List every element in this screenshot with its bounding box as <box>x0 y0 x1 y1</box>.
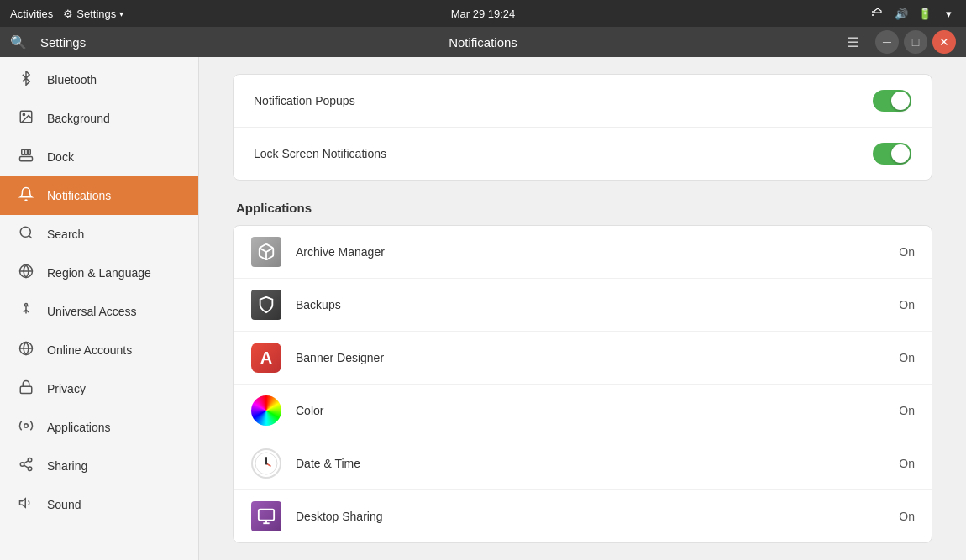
svg-rect-6 <box>25 149 28 154</box>
svg-point-3 <box>23 113 24 115</box>
main-panel: Notification Popups Lock Screen Notifica… <box>199 57 966 560</box>
sidebar-label-search: Search <box>47 228 84 241</box>
battery-icon[interactable]: 🔋 <box>917 6 932 21</box>
color-icon <box>250 395 282 427</box>
sidebar-label-bluetooth: Bluetooth <box>47 73 97 86</box>
sidebar-item-privacy[interactable]: Privacy <box>0 369 198 408</box>
sidebar-item-background[interactable]: Background <box>0 99 198 138</box>
dock-icon <box>17 148 35 167</box>
maximize-button[interactable]: □ <box>904 30 927 54</box>
lock-screen-row[interactable]: Lock Screen Notifications <box>234 128 932 180</box>
activities-button[interactable]: Activities <box>10 8 53 20</box>
app-row-desktop-sharing[interactable]: Desktop Sharing On <box>234 490 932 542</box>
privacy-icon <box>17 379 35 399</box>
system-menu-arrow[interactable]: ▾ <box>941 6 956 21</box>
svg-rect-1 <box>872 14 874 16</box>
svg-line-21 <box>24 460 28 463</box>
settings-menu-button[interactable]: ⚙ Settings ▾ <box>63 8 123 20</box>
notification-popups-label: Notification Popups <box>254 94 355 107</box>
notifications-icon <box>17 186 35 206</box>
window-panel-title: Notifications <box>449 35 517 50</box>
lock-screen-label: Lock Screen Notifications <box>254 147 386 160</box>
date-time-name: Date & Time <box>296 457 899 470</box>
system-topbar: Activities ⚙ Settings ▾ Mar 29 19:24 🔊 🔋… <box>0 0 966 27</box>
sidebar-label-background: Background <box>47 112 110 125</box>
svg-marker-22 <box>20 498 26 507</box>
close-button[interactable]: ✕ <box>932 30 956 54</box>
desktop-sharing-status: On <box>899 510 915 523</box>
svg-line-20 <box>24 465 28 468</box>
content-area: Bluetooth Background Dock Notifications <box>0 57 966 560</box>
sidebar-label-applications: Applications <box>47 421 111 434</box>
volume-icon[interactable]: 🔊 <box>894 6 909 21</box>
bluetooth-icon <box>17 71 35 90</box>
sidebar-item-search[interactable]: Search <box>0 215 198 254</box>
settings-menu-arrow: ▾ <box>119 9 123 18</box>
color-name: Color <box>296 404 899 417</box>
notification-popups-toggle[interactable] <box>873 90 911 112</box>
titlebar-search-icon[interactable]: 🔍 <box>10 34 27 50</box>
sidebar-item-universal-access[interactable]: Universal Access <box>0 292 198 331</box>
sidebar-item-region[interactable]: Region & Language <box>0 254 198 292</box>
sidebar-item-bluetooth[interactable]: Bluetooth <box>0 60 198 99</box>
minimize-button[interactable]: ─ <box>875 30 899 54</box>
svg-point-27 <box>265 463 268 465</box>
banner-designer-status: On <box>899 351 915 364</box>
applications-section-title: Applications <box>233 201 932 215</box>
sidebar-label-sound: Sound <box>47 498 81 511</box>
desktop-sharing-icon <box>250 500 282 532</box>
sidebar-label-region: Region & Language <box>47 266 151 280</box>
backups-status: On <box>899 298 915 311</box>
date-time-icon <box>250 447 282 479</box>
sidebar-item-sound[interactable]: Sound <box>0 485 198 524</box>
sound-icon <box>17 495 35 515</box>
universal-access-icon <box>17 302 35 322</box>
sidebar-label-universal-access: Universal Access <box>47 305 137 318</box>
sidebar-item-applications[interactable]: Applications <box>0 408 198 447</box>
titlebar-settings-title: Settings <box>37 35 840 50</box>
settings-gear-icon: ⚙ <box>63 8 73 20</box>
app-row-banner-designer[interactable]: A Banner Designer On <box>234 332 932 385</box>
apps-card: Archive Manager On Backups On <box>233 225 932 543</box>
sidebar-label-sharing: Sharing <box>47 459 87 473</box>
svg-rect-7 <box>28 149 30 154</box>
svg-point-8 <box>20 227 30 237</box>
toggle-card: Notification Popups Lock Screen Notifica… <box>233 74 932 181</box>
background-icon <box>17 109 35 128</box>
banner-designer-name: Banner Designer <box>296 351 899 364</box>
app-row-backups[interactable]: Backups On <box>234 279 932 332</box>
banner-designer-icon: A <box>250 342 282 374</box>
app-row-color[interactable]: Color On <box>234 385 932 437</box>
network-icon[interactable] <box>870 6 885 21</box>
date-time-status: On <box>899 457 915 470</box>
sidebar-item-online-accounts[interactable]: Online Accounts <box>0 331 198 369</box>
svg-point-18 <box>20 462 24 466</box>
sidebar-item-sharing[interactable]: Sharing <box>0 447 198 485</box>
sharing-icon <box>17 457 35 476</box>
notification-popups-row[interactable]: Notification Popups <box>234 75 932 128</box>
svg-line-9 <box>29 235 31 238</box>
region-icon <box>17 264 35 283</box>
svg-point-19 <box>28 467 32 471</box>
app-row-archive-manager[interactable]: Archive Manager On <box>234 226 932 279</box>
sidebar-label-dock: Dock <box>47 150 74 164</box>
svg-rect-15 <box>20 386 32 393</box>
sidebar-item-dock[interactable]: Dock <box>0 138 198 176</box>
lock-screen-toggle[interactable] <box>873 143 911 165</box>
archive-manager-icon <box>250 236 282 268</box>
color-status: On <box>899 404 915 417</box>
sidebar-item-notifications[interactable]: Notifications <box>0 176 198 215</box>
svg-rect-5 <box>22 149 24 154</box>
app-row-date-time[interactable]: Date & Time On <box>234 437 932 490</box>
svg-rect-4 <box>20 156 33 160</box>
applications-icon <box>17 418 35 437</box>
titlebar-menu-icon[interactable]: ☰ <box>847 34 858 50</box>
backups-icon <box>250 289 282 321</box>
archive-manager-name: Archive Manager <box>296 245 899 259</box>
sidebar-label-notifications: Notifications <box>47 189 111 202</box>
sidebar: Bluetooth Background Dock Notifications <box>0 57 199 560</box>
backups-name: Backups <box>296 298 899 311</box>
archive-manager-status: On <box>899 245 915 259</box>
search-icon <box>17 225 35 244</box>
system-clock: Mar 29 19:24 <box>451 8 516 20</box>
